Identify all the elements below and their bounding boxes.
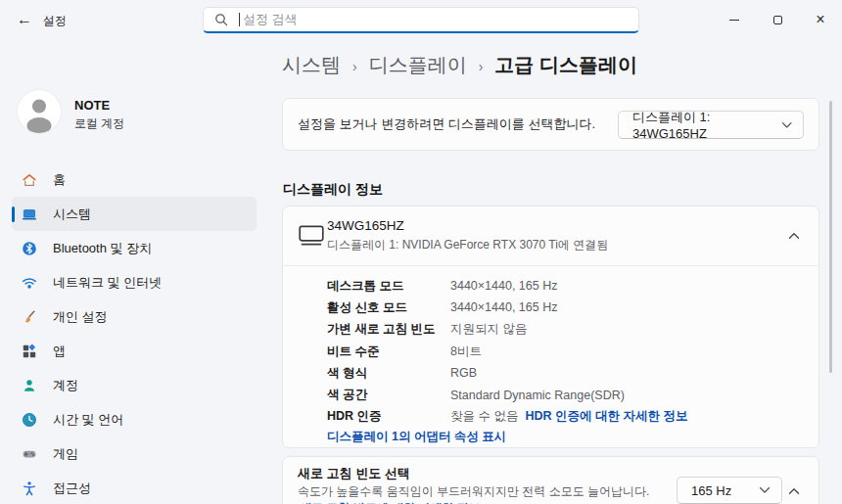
settings-window: ← 설정 설정 검색 × NOTE 로컬 계정 홈: [0, 0, 842, 504]
info-value: 3440×1440, 165 Hz: [450, 279, 557, 293]
info-value: 찾을 수 없음: [450, 408, 518, 425]
apps-icon: [22, 344, 37, 359]
sidebar-item-personalization[interactable]: 개인 설정: [12, 299, 257, 334]
adapter-properties-link[interactable]: 디스플레이 1의 어댑터 속성 표시: [327, 429, 506, 445]
chevron-up-icon: [788, 487, 800, 495]
page-title: 고급 디스플레이: [494, 52, 637, 78]
titlebar: ← 설정 설정 검색 ×: [0, 0, 842, 39]
user-name: NOTE: [74, 98, 110, 113]
chevron-down-icon: [759, 486, 771, 494]
display-select-value: 디스플레이 1: 34WG165HZ: [632, 109, 781, 141]
sidebar-item-label: 앱: [53, 343, 66, 360]
sidebar-item-time-language[interactable]: 시간 및 언어: [12, 402, 257, 436]
scrollbar[interactable]: [829, 101, 832, 373]
refresh-rate-value: 165 Hz: [691, 483, 731, 498]
text-caret: [239, 13, 240, 26]
display-info-card: 34WG165HZ 디스플레이 1: NVIDIA GeForce RTX 30…: [282, 206, 819, 448]
info-label: 데스크톱 모드: [327, 278, 450, 295]
refresh-rate-card: 새로 고침 빈도 선택 속도가 높을수록 움직임이 부드러워지지만 전력 소모도…: [282, 456, 819, 504]
window-title: 설정: [43, 13, 67, 29]
avatar[interactable]: [18, 90, 61, 133]
divider: [283, 265, 819, 266]
info-row-variable-refresh: 가변 새로 고침 빈도 지원되지 않음: [327, 319, 803, 341]
paintbrush-icon: [22, 309, 37, 325]
chevron-up-icon: [788, 232, 800, 240]
sidebar-item-label: 네트워크 및 인터넷: [53, 274, 162, 292]
info-label: 가변 새로 고침 빈도: [327, 321, 450, 338]
account-icon: [22, 378, 37, 393]
search-input[interactable]: 설정 검색: [203, 7, 639, 33]
info-label: 비트 수준: [327, 344, 450, 360]
refresh-rate-description-text: 속도가 높을수록 움직임이 부드러워지지만 전력 소모도 늘어납니다.: [298, 484, 649, 498]
back-arrow-icon: ←: [17, 11, 32, 28]
sidebar-item-label: 개인 설정: [53, 308, 108, 326]
sidebar-nav: 홈 시스템 Bluetooth 및 장치 네트워크 및 인터넷 개인 설정 앱: [0, 162, 264, 504]
sidebar-item-accounts[interactable]: 계정: [12, 368, 257, 402]
info-value: RGB: [450, 366, 477, 380]
refresh-rate-dropdown[interactable]: 165 Hz: [677, 477, 782, 504]
breadcrumb-separator: ›: [352, 57, 357, 74]
sidebar-item-bluetooth-devices[interactable]: Bluetooth 및 장치: [12, 231, 257, 265]
info-value: 지원되지 않음: [450, 321, 527, 338]
refresh-rate-description: 속도가 높을수록 움직임이 부드러워지지만 전력 소모도 늘어납니다. 새로 고…: [298, 483, 650, 504]
display-info-header[interactable]: 34WG165HZ 디스플레이 1: NVIDIA GeForce RTX 30…: [283, 206, 819, 265]
info-row-bit-depth: 비트 수준 8비트: [327, 341, 803, 362]
close-button[interactable]: ×: [799, 0, 842, 39]
sidebar-item-accessibility[interactable]: 접근성: [12, 471, 257, 504]
clock-icon: [22, 412, 37, 428]
maximize-button[interactable]: [756, 0, 799, 39]
info-label: 색 형식: [327, 365, 450, 382]
info-value: Standard Dynamic Range(SDR): [450, 389, 625, 402]
info-value: 8비트: [450, 344, 482, 360]
info-value: 3440×1440, 165 Hz: [450, 300, 557, 314]
search-icon: [214, 13, 228, 26]
info-row-color-space: 색 공간 Standard Dynamic Range(SDR): [327, 384, 803, 405]
info-label: 색 공간: [327, 387, 450, 403]
sidebar-item-apps[interactable]: 앱: [12, 334, 257, 368]
collapse-button[interactable]: [779, 221, 809, 251]
hdr-info-link[interactable]: HDR 인증에 대한 자세한 정보: [525, 408, 687, 425]
sidebar-item-label: Bluetooth 및 장치: [53, 240, 152, 257]
bluetooth-icon: [22, 241, 37, 256]
back-button[interactable]: ←: [8, 4, 41, 35]
display-select-label: 설정을 보거나 변경하려면 디스플레이를 선택합니다.: [298, 99, 595, 150]
sidebar-item-label: 계정: [53, 377, 78, 394]
breadcrumb-system[interactable]: 시스템: [282, 52, 341, 78]
sidebar-item-label: 접근성: [53, 480, 91, 497]
info-row-active-signal-mode: 활성 신호 모드 3440×1440, 165 Hz: [327, 297, 803, 318]
display-select-card: 설정을 보거나 변경하려면 디스플레이를 선택합니다. 디스플레이 1: 34W…: [282, 98, 819, 151]
search-placeholder: 설정 검색: [243, 11, 298, 28]
minimize-button[interactable]: [713, 0, 756, 39]
sidebar-item-network-internet[interactable]: 네트워크 및 인터넷: [12, 265, 257, 299]
monitor-name: 34WG165HZ: [327, 218, 404, 233]
monitor-icon: [299, 225, 324, 251]
breadcrumb-display[interactable]: 디스플레이: [369, 52, 467, 78]
breadcrumb-separator: ›: [479, 57, 484, 74]
sidebar-item-label: 시간 및 언어: [53, 411, 123, 429]
close-icon: ×: [816, 12, 824, 27]
home-icon: [22, 172, 37, 188]
info-row-hdr-certification: HDR 인증 찾을 수 없음 HDR 인증에 대한 자세한 정보: [327, 406, 803, 428]
sidebar-item-system[interactable]: 시스템: [12, 197, 257, 231]
window-controls: ×: [713, 0, 842, 39]
display-info-section-title: 디스플레이 정보: [283, 181, 383, 199]
sidebar-item-label: 게임: [53, 445, 78, 463]
display-select-dropdown[interactable]: 디스플레이 1: 34WG165HZ: [618, 111, 804, 139]
sidebar-item-label: 시스템: [53, 206, 91, 223]
sidebar-item-gaming[interactable]: 게임: [12, 436, 257, 471]
user-account-type: 로컬 계정: [74, 115, 124, 132]
refresh-rate-title: 새로 고침 빈도 선택: [298, 465, 410, 482]
sidebar-item-home[interactable]: 홈: [12, 162, 257, 197]
user-icon: [18, 90, 61, 133]
sidebar: NOTE 로컬 계정 홈 시스템 Bluetooth 및 장치 네트워크 및 인…: [0, 39, 264, 504]
chevron-down-icon: [781, 121, 792, 129]
maximize-icon: [773, 16, 782, 24]
info-row-desktop-mode: 데스크톱 모드 3440×1440, 165 Hz: [327, 275, 803, 297]
sidebar-item-label: 홈: [53, 171, 66, 189]
minimize-icon: [729, 20, 739, 21]
info-label: HDR 인증: [327, 408, 450, 425]
display-info-rows: 데스크톱 모드 3440×1440, 165 Hz 활성 신호 모드 3440×…: [327, 275, 803, 428]
wifi-icon: [22, 275, 37, 291]
collapse-button[interactable]: [783, 481, 805, 502]
gamepad-icon: [22, 446, 37, 462]
